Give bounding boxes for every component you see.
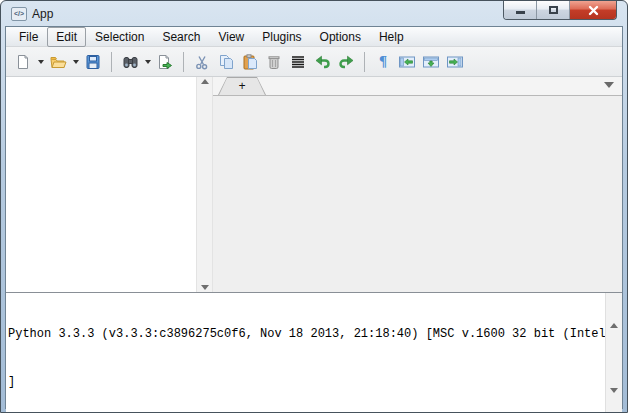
- redo-button[interactable]: [335, 51, 357, 73]
- new-document-tab[interactable]: +: [218, 77, 266, 95]
- trash-delete-icon: [267, 54, 281, 70]
- paste-button[interactable]: [239, 51, 261, 73]
- cut-scissors-icon: [194, 54, 210, 70]
- undo-button[interactable]: [311, 51, 333, 73]
- console-scroll-down-button[interactable]: [606, 358, 622, 413]
- run-export-icon: [157, 54, 173, 70]
- move-block-down-button[interactable]: [420, 51, 442, 73]
- app-window: </> App File Edit Selection Search View …: [0, 0, 628, 413]
- dropdown-arrow-icon: [73, 60, 79, 64]
- undo-icon: [314, 54, 331, 70]
- find-dropdown[interactable]: [143, 51, 152, 73]
- tab-list-dropdown[interactable]: [604, 82, 614, 88]
- editor-pane[interactable]: [6, 77, 196, 292]
- console-scrollbar[interactable]: [605, 293, 622, 413]
- close-button[interactable]: [570, 1, 616, 19]
- dropdown-arrow-icon: [145, 60, 151, 64]
- pilcrow-icon: ¶: [379, 54, 387, 69]
- new-file-dropdown[interactable]: [36, 51, 45, 73]
- menu-search[interactable]: Search: [153, 27, 209, 47]
- copy-button[interactable]: [215, 51, 237, 73]
- toolbar: ¶: [6, 47, 622, 77]
- toolbar-separator: [183, 52, 184, 72]
- new-tab-label: +: [219, 78, 265, 95]
- cut-button[interactable]: [191, 51, 213, 73]
- menu-view[interactable]: View: [209, 27, 253, 47]
- move-block-down-icon: [422, 54, 440, 70]
- save-button[interactable]: [82, 51, 104, 73]
- scroll-down-icon: [610, 388, 618, 393]
- scroll-up-icon[interactable]: [201, 79, 209, 84]
- chevron-down-icon: [604, 82, 614, 88]
- paste-clipboard-icon: [242, 54, 259, 70]
- copy-icon: [218, 54, 235, 70]
- toolbar-separator: [111, 52, 112, 72]
- delete-button[interactable]: [263, 51, 285, 73]
- title-bar[interactable]: </> App: [5, 1, 623, 26]
- justify-lines-icon: [291, 55, 305, 69]
- redo-icon: [338, 54, 355, 70]
- document-pane: +: [213, 77, 622, 292]
- document-tab-bar: +: [213, 77, 622, 96]
- show-whitespace-button[interactable]: ¶: [372, 51, 394, 73]
- window-body: File Edit Selection Search View Plugins …: [5, 26, 623, 409]
- new-file-icon: [15, 54, 31, 70]
- maximize-icon: [549, 6, 558, 14]
- run-export-button[interactable]: [154, 51, 176, 73]
- menu-edit[interactable]: Edit: [47, 27, 86, 47]
- minimize-button[interactable]: [504, 1, 537, 19]
- maximize-button[interactable]: [537, 1, 570, 19]
- menu-help[interactable]: Help: [370, 27, 413, 47]
- close-icon: [588, 5, 599, 16]
- console-line: Python 3.3.3 (v3.3.3:c3896275c0f6, Nov 1…: [8, 326, 603, 342]
- app-icon: </>: [11, 7, 27, 21]
- menu-options[interactable]: Options: [311, 27, 370, 47]
- console-line: ]: [8, 374, 603, 390]
- open-folder-icon: [50, 54, 67, 70]
- window-title: App: [32, 7, 53, 21]
- document-content-area[interactable]: [213, 96, 622, 292]
- new-file-button[interactable]: [12, 51, 34, 73]
- justify-button[interactable]: [287, 51, 309, 73]
- indent-block-icon: [446, 54, 464, 70]
- open-file-button[interactable]: [47, 51, 69, 73]
- open-file-dropdown[interactable]: [71, 51, 80, 73]
- window-controls: [503, 1, 617, 20]
- console-scroll-up-button[interactable]: [606, 293, 622, 358]
- console-output-area: Python 3.3.3 (v3.3.3:c3896275c0f6, Nov 1…: [6, 292, 622, 413]
- editor-scrollbar[interactable]: [196, 77, 213, 292]
- console-text[interactable]: Python 3.3.3 (v3.3.3:c3896275c0f6, Nov 1…: [6, 293, 605, 413]
- menu-file[interactable]: File: [10, 27, 47, 47]
- dedent-block-button[interactable]: [396, 51, 418, 73]
- menu-plugins[interactable]: Plugins: [253, 27, 310, 47]
- scroll-down-icon[interactable]: [201, 285, 209, 290]
- main-split-area: +: [6, 77, 622, 292]
- dropdown-arrow-icon: [38, 60, 44, 64]
- dedent-block-icon: [398, 54, 416, 70]
- indent-block-button[interactable]: [444, 51, 466, 73]
- toolbar-separator: [364, 52, 365, 72]
- menu-bar: File Edit Selection Search View Plugins …: [6, 27, 622, 47]
- scroll-up-icon: [610, 323, 618, 328]
- save-icon: [85, 54, 101, 70]
- minimize-icon: [516, 11, 525, 14]
- menu-selection[interactable]: Selection: [86, 27, 153, 47]
- find-button[interactable]: [119, 51, 141, 73]
- binoculars-find-icon: [122, 54, 139, 70]
